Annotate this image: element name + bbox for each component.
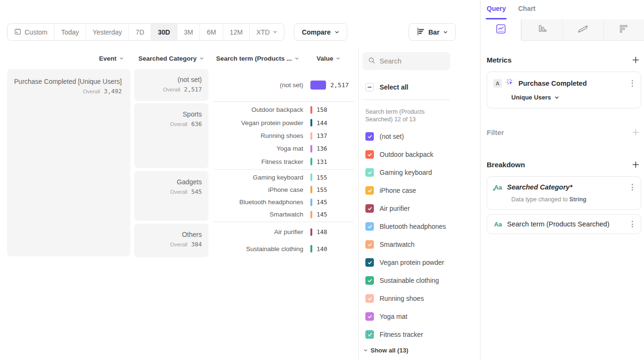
column-header-event[interactable]: Event: [99, 55, 124, 62]
date-range-6m[interactable]: 6M: [200, 24, 222, 40]
compare-button[interactable]: Compare: [294, 23, 347, 41]
retention-icon: [618, 24, 629, 36]
series-checkbox[interactable]: [365, 186, 374, 195]
date-range-3m[interactable]: 3M: [177, 24, 200, 40]
kebab-menu-icon[interactable]: [628, 79, 636, 88]
series-item[interactable]: Gaming keyboard: [365, 163, 474, 181]
term-row[interactable]: Sustainable clothing140: [213, 241, 355, 258]
breakdown-section-header: Breakdown: [487, 159, 641, 170]
category-cell[interactable]: GadgetsOverall545: [134, 171, 209, 221]
term-row[interactable]: iPhone case155: [213, 183, 355, 196]
term-row[interactable]: Yoga mat136: [213, 142, 355, 155]
tab-retention[interactable]: [603, 19, 644, 41]
date-range-30d[interactable]: 30D: [151, 24, 177, 40]
series-item[interactable]: Air purifier: [365, 199, 474, 217]
term-row[interactable]: Running shoes137: [213, 129, 355, 142]
column-header-search-term[interactable]: Search term (Products ...: [216, 55, 299, 62]
string-property-icon: Aa: [493, 184, 503, 191]
series-item[interactable]: Smartwatch: [365, 235, 474, 253]
series-item[interactable]: Running shoes: [365, 289, 474, 307]
select-all-row[interactable]: Select all: [365, 83, 408, 91]
metric-card[interactable]: A Purchase Completed Unique Users: [487, 72, 641, 108]
kebab-menu-icon[interactable]: [628, 220, 636, 228]
metric-letter-badge: A: [493, 79, 502, 88]
data-type-note: Data type changed to String: [511, 196, 636, 203]
term-row[interactable]: Gaming keyboard155: [213, 171, 355, 183]
term-row[interactable]: Air purifier148: [213, 224, 355, 241]
column-header-value[interactable]: Value: [317, 55, 340, 62]
category-cell[interactable]: SportsOverall636: [134, 103, 209, 168]
series-checkbox[interactable]: [365, 204, 374, 213]
chevron-down-icon: [554, 95, 559, 100]
date-range-7d[interactable]: 7D: [128, 24, 151, 40]
category-cell[interactable]: (not set)Overall2,517: [134, 69, 209, 101]
term-row[interactable]: Fitness tracker131: [213, 155, 355, 168]
filter-section-header: Filter: [487, 126, 641, 138]
value-bar: [310, 245, 312, 253]
value-bar: [310, 132, 312, 140]
column-header-searched-category[interactable]: Searched Category: [138, 55, 204, 62]
series-item[interactable]: Vegan protein powder: [365, 253, 474, 271]
divider: [363, 99, 450, 100]
tab-query[interactable]: Query: [487, 5, 506, 19]
term-row[interactable]: Smartwatch145: [213, 208, 355, 221]
term-row[interactable]: Outdoor backpack158: [213, 103, 355, 116]
select-all-checkbox[interactable]: [365, 83, 374, 91]
term-row[interactable]: Bluetooth headphones145: [213, 196, 355, 208]
series-item[interactable]: Fitness tracker: [365, 325, 474, 343]
tab-chart[interactable]: Chart: [518, 5, 535, 19]
series-checkbox[interactable]: [365, 330, 374, 339]
event-cell[interactable]: Purchase Completed [Unique Users] Overal…: [7, 69, 130, 256]
breakdown-card-search-term[interactable]: Aa Search term (Products Searched): [487, 214, 641, 234]
tab-insights[interactable]: [481, 19, 521, 41]
kebab-menu-icon[interactable]: [628, 183, 636, 191]
insights-icon: [496, 24, 506, 36]
chevron-down-icon: [363, 348, 368, 352]
date-range-custom[interactable]: Custom: [8, 24, 54, 40]
term-rows-group: Outdoor backpack158Vegan protein powder1…: [213, 103, 355, 168]
series-item[interactable]: Yoga mat: [365, 307, 474, 325]
compare-label: Compare: [302, 28, 331, 36]
tab-funnels[interactable]: [521, 19, 562, 41]
metric-name: Purchase Completed: [518, 80, 624, 87]
measure-selector[interactable]: Unique Users: [511, 94, 636, 101]
query-builder-panel: Query Chart: [480, 0, 644, 361]
value-bar: [310, 145, 312, 153]
series-checkbox[interactable]: [365, 258, 374, 267]
series-item[interactable]: Bluetooth headphones: [365, 217, 474, 235]
breakdown-name: Searched Category*: [507, 183, 624, 191]
search-box[interactable]: [363, 52, 450, 70]
date-range-xtd[interactable]: XTD: [249, 24, 284, 40]
series-item[interactable]: Sustainable clothing: [365, 271, 474, 289]
series-checkbox[interactable]: [365, 168, 374, 177]
series-checkbox[interactable]: [365, 132, 374, 141]
date-range-yesterday[interactable]: Yesterday: [86, 24, 129, 40]
category-cell[interactable]: OthersOverall384: [134, 224, 209, 257]
series-item[interactable]: iPhone case: [365, 181, 474, 199]
filter-title: Filter: [487, 128, 504, 136]
add-metric-button[interactable]: [630, 54, 641, 65]
tab-flows[interactable]: [562, 19, 603, 41]
series-checkbox[interactable]: [365, 276, 374, 285]
funnels-icon: [537, 24, 547, 36]
add-breakdown-button[interactable]: [630, 159, 641, 170]
term-rows-group: Gaming keyboard155iPhone case155Bluetoot…: [213, 171, 355, 221]
show-all-button[interactable]: Show all (13): [363, 347, 408, 354]
series-checkbox[interactable]: [365, 294, 374, 303]
value-bar: [310, 211, 312, 218]
breakdown-title: Breakdown: [487, 161, 525, 169]
term-row[interactable]: Vegan protein powder144: [213, 116, 355, 129]
series-checkbox[interactable]: [365, 222, 374, 231]
series-item[interactable]: Outdoor backpack: [365, 145, 474, 163]
series-checkbox[interactable]: [365, 240, 374, 249]
add-filter-button[interactable]: [630, 126, 641, 138]
search-input[interactable]: [380, 57, 444, 65]
value-bar: [310, 228, 312, 236]
date-range-today[interactable]: Today: [54, 24, 85, 40]
term-row[interactable]: (not set)2,517: [213, 69, 355, 101]
date-range-12m[interactable]: 12M: [223, 24, 249, 40]
series-item[interactable]: (not set): [365, 127, 474, 145]
series-checkbox[interactable]: [365, 150, 374, 159]
series-checkbox[interactable]: [365, 312, 374, 321]
breakdown-card-searched-category[interactable]: Aa Searched Category* Data type changed …: [487, 176, 641, 210]
